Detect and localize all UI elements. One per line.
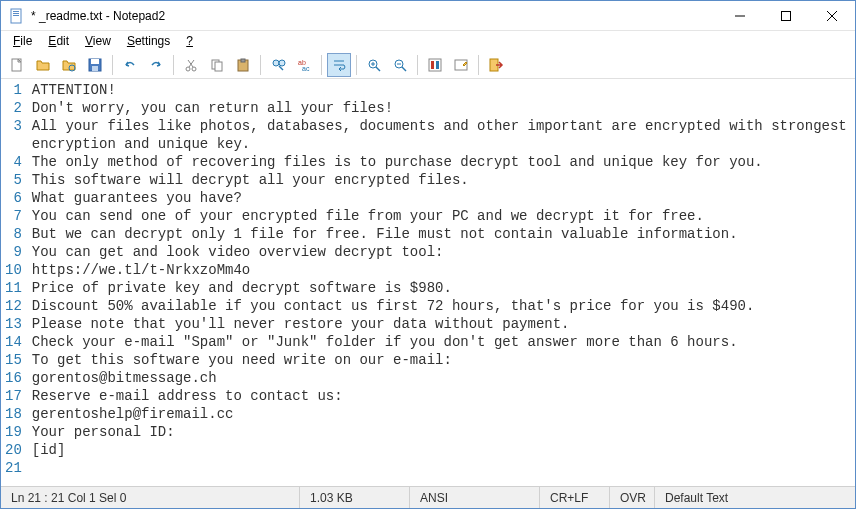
scheme-button[interactable] xyxy=(423,53,447,77)
svg-point-13 xyxy=(186,67,190,71)
toolbar-separator xyxy=(356,55,357,75)
browse-button[interactable] xyxy=(57,53,81,77)
title-bar: * _readme.txt - Notepad2 xyxy=(1,1,855,31)
svg-point-21 xyxy=(273,60,279,66)
svg-rect-2 xyxy=(13,13,19,14)
status-ovr: OVR xyxy=(610,487,655,508)
word-wrap-button[interactable] xyxy=(327,53,351,77)
svg-rect-11 xyxy=(91,59,99,64)
menu-settings[interactable]: Settings xyxy=(119,32,178,50)
svg-rect-36 xyxy=(431,61,434,69)
new-file-button[interactable] xyxy=(5,53,29,77)
zoom-out-button[interactable] xyxy=(388,53,412,77)
editor-area[interactable]: 123456789101112131415161718192021 ATTENT… xyxy=(1,79,855,486)
replace-button[interactable]: abac xyxy=(292,53,316,77)
svg-rect-3 xyxy=(13,15,19,16)
menu-view[interactable]: View xyxy=(77,32,119,50)
svg-rect-12 xyxy=(92,66,98,71)
save-button[interactable] xyxy=(83,53,107,77)
svg-line-15 xyxy=(189,60,194,67)
svg-point-23 xyxy=(279,60,285,66)
status-position: Ln 21 : 21 Col 1 Sel 0 xyxy=(1,487,300,508)
exit-button[interactable] xyxy=(484,53,508,77)
maximize-button[interactable] xyxy=(763,1,809,31)
zoom-in-button[interactable] xyxy=(362,53,386,77)
svg-line-29 xyxy=(376,67,380,71)
status-eol: CR+LF xyxy=(540,487,610,508)
app-icon xyxy=(9,8,25,24)
svg-rect-20 xyxy=(241,59,245,62)
toolbar-separator xyxy=(417,55,418,75)
menu-edit[interactable]: Edit xyxy=(40,32,77,50)
text-content[interactable]: ATTENTION!Don't worry, you can return al… xyxy=(28,79,855,486)
minimize-button[interactable] xyxy=(717,1,763,31)
status-bar: Ln 21 : 21 Col 1 Sel 0 1.03 KB ANSI CR+L… xyxy=(1,486,855,508)
toolbar-separator xyxy=(173,55,174,75)
menu-file[interactable]: File xyxy=(5,32,40,50)
svg-line-16 xyxy=(188,60,193,67)
line-number-gutter: 123456789101112131415161718192021 xyxy=(1,79,28,486)
svg-rect-37 xyxy=(436,61,439,69)
find-button[interactable] xyxy=(266,53,290,77)
status-size: 1.03 KB xyxy=(300,487,410,508)
svg-rect-5 xyxy=(782,11,791,20)
svg-text:ac: ac xyxy=(302,65,310,72)
menu-bar: File Edit View Settings ? xyxy=(1,31,855,51)
svg-line-22 xyxy=(279,66,283,70)
window-title: * _readme.txt - Notepad2 xyxy=(31,9,717,23)
toolbar-separator xyxy=(260,55,261,75)
open-button[interactable] xyxy=(31,53,55,77)
paste-button[interactable] xyxy=(231,53,255,77)
cut-button[interactable] xyxy=(179,53,203,77)
toolbar-separator xyxy=(321,55,322,75)
undo-button[interactable] xyxy=(118,53,142,77)
toolbar-separator xyxy=(112,55,113,75)
toolbar-separator xyxy=(478,55,479,75)
svg-rect-35 xyxy=(429,59,441,71)
toolbar: abac xyxy=(1,51,855,79)
status-scheme: Default Text xyxy=(655,487,855,508)
svg-rect-1 xyxy=(13,11,19,12)
svg-line-33 xyxy=(402,67,406,71)
status-encoding: ANSI xyxy=(410,487,540,508)
redo-button[interactable] xyxy=(144,53,168,77)
close-button[interactable] xyxy=(809,1,855,31)
customize-button[interactable] xyxy=(449,53,473,77)
copy-button[interactable] xyxy=(205,53,229,77)
svg-point-14 xyxy=(192,67,196,71)
svg-rect-18 xyxy=(215,62,222,71)
menu-help[interactable]: ? xyxy=(178,32,201,50)
